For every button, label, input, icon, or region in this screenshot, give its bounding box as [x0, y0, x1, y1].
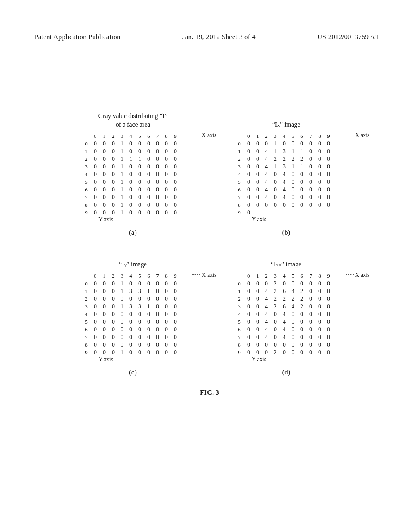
- matrix-cell: 0: [324, 349, 333, 356]
- matrix-cell: 0: [244, 310, 253, 318]
- matrix-cell: [253, 209, 262, 216]
- matrix-cell: 0: [91, 341, 100, 349]
- matrix-cell: 0: [109, 318, 118, 326]
- matrix-cell: 0: [153, 333, 162, 341]
- figure-caption: FIG. 3: [34, 389, 385, 397]
- matrix-cell: 0: [100, 280, 109, 287]
- matrix-row-header: 8: [82, 201, 91, 209]
- matrix-cell: 0: [289, 170, 298, 178]
- matrix-cell: 0: [153, 193, 162, 201]
- matrix-cell: 4: [262, 193, 271, 201]
- matrix-col-header: 8: [162, 132, 171, 140]
- matrix-cell: 0: [100, 349, 109, 356]
- matrix-cell: 0: [271, 201, 280, 209]
- matrix-cell: 1: [144, 303, 153, 310]
- matrix-cell: 0: [127, 170, 136, 178]
- matrix-cell: 0: [307, 170, 315, 178]
- matrix-cell: 2: [271, 349, 280, 356]
- matrix-cell: 0: [271, 318, 280, 326]
- matrix-cell: 0: [100, 333, 109, 341]
- matrix-cell: 0: [100, 193, 109, 201]
- matrix-cell: 0: [244, 186, 253, 193]
- matrix-cell: 0: [127, 186, 136, 193]
- matrix-cell: 0: [100, 140, 109, 148]
- y-axis-label: Y axis: [235, 216, 349, 223]
- header-left: Patent Application Publication: [34, 33, 121, 41]
- matrix-cell: 0: [315, 178, 324, 186]
- matrix-cell: 2: [298, 155, 307, 163]
- caption-b: (b): [224, 229, 349, 237]
- matrix-row-header: 6: [235, 186, 244, 193]
- matrix-col-header: 0: [244, 272, 253, 280]
- matrix-cell: 0: [280, 201, 289, 209]
- matrix-cell: 0: [153, 303, 162, 310]
- y-axis-label: Y axis: [82, 356, 196, 363]
- matrix-cell: 0: [244, 201, 253, 209]
- matrix-cell: 0: [100, 303, 109, 310]
- matrix-a-top-rule: [91, 140, 184, 140]
- matrix-cell: 0: [253, 170, 262, 178]
- matrix-cell: 0: [298, 201, 307, 209]
- matrix-cell: 0: [144, 155, 153, 163]
- matrix-cell: 0: [153, 209, 162, 216]
- matrix-cell: 0: [153, 280, 162, 287]
- matrix-cell: 4: [262, 170, 271, 178]
- matrix-cell: 1: [289, 163, 298, 170]
- matrix-col-header: 1: [253, 272, 262, 280]
- matrix-cell: 2: [289, 295, 298, 303]
- matrix-cell: 1: [289, 148, 298, 155]
- matrix-cell: 0: [171, 201, 180, 209]
- matrix-cell: 0: [91, 155, 100, 163]
- matrix-row-header: 3: [82, 163, 91, 170]
- matrix-cell: 0: [91, 209, 100, 216]
- matrix-cell: 0: [91, 193, 100, 201]
- matrix-row-header: 9: [82, 349, 91, 356]
- matrix-cell: 0: [127, 193, 136, 201]
- matrix-cell: 0: [315, 341, 324, 349]
- matrix-cell: 0: [324, 148, 333, 155]
- matrix-cell: 0: [253, 295, 262, 303]
- matrix-cell: 2: [298, 303, 307, 310]
- matrix-cell: 0: [289, 349, 298, 356]
- matrix-cell: 0: [136, 310, 144, 318]
- matrix-cell: 0: [109, 310, 118, 318]
- matrix-row-header: 2: [82, 155, 91, 163]
- matrix-cell: 0: [253, 349, 262, 356]
- matrix-cell: 4: [262, 295, 271, 303]
- matrix-col-header: 9: [324, 272, 333, 280]
- matrix-cell: 0: [127, 178, 136, 186]
- matrix-cell: 0: [171, 178, 180, 186]
- matrix-cell: 2: [271, 303, 280, 310]
- matrix-cell: 0: [315, 333, 324, 341]
- matrix-d-wrap: X axis 012345678900002000000100426420002…: [224, 272, 349, 363]
- matrix-cell: 0: [144, 333, 153, 341]
- matrix-row-header: 2: [235, 295, 244, 303]
- matrix-cell: 4: [262, 310, 271, 318]
- matrix-a-block: Gray value distributing “I” of a face ar…: [71, 113, 196, 237]
- x-axis-label: X axis: [202, 132, 216, 139]
- matrix-cell: 0: [144, 326, 153, 333]
- matrix-cell: 0: [171, 148, 180, 155]
- matrix-cell: 0: [315, 163, 324, 170]
- matrix-row-header: 3: [82, 303, 91, 310]
- matrix-cell: 0: [307, 303, 315, 310]
- x-axis-label: X axis: [355, 272, 369, 278]
- matrix-cell: 0: [127, 318, 136, 326]
- matrix-col-header: 5: [136, 132, 144, 140]
- matrix-cell: 0: [289, 341, 298, 349]
- matrix-cell: 0: [307, 178, 315, 186]
- matrix-cell: 4: [262, 163, 271, 170]
- y-axis-label: Y axis: [82, 216, 196, 223]
- matrix-cell: 0: [244, 303, 253, 310]
- matrix-cell: 0: [315, 170, 324, 178]
- matrix-cell: [324, 209, 333, 216]
- matrix-cell: 0: [171, 303, 180, 310]
- matrix-cell: 0: [91, 280, 100, 287]
- matrix-cell: 0: [271, 341, 280, 349]
- matrix-col-header: 1: [100, 132, 109, 140]
- matrix-cell: 0: [109, 140, 118, 148]
- matrix-cell: 0: [109, 326, 118, 333]
- matrix-cell: 0: [244, 280, 253, 287]
- matrix-col-header: 3: [118, 272, 127, 280]
- matrix-cell: 0: [315, 318, 324, 326]
